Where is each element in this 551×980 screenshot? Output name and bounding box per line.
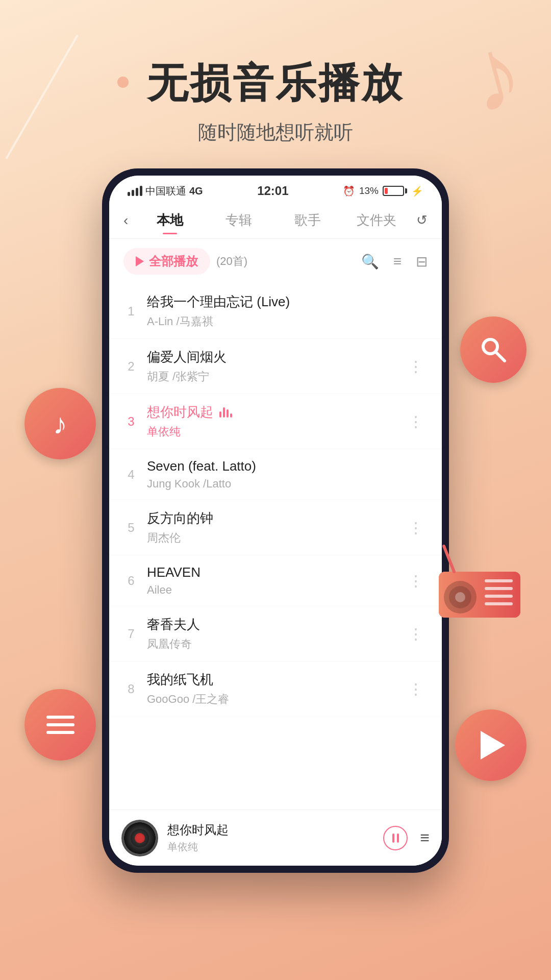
search-icon [478, 334, 509, 365]
song-artist: 单依纯 [147, 424, 396, 439]
song-info: 给我一个理由忘记 (Live) A-Lin /马嘉祺 [147, 293, 428, 329]
song-artist: A-Lin /马嘉祺 [147, 314, 428, 329]
song-number: 2 [123, 359, 139, 374]
song-title: HEAVEN [147, 565, 396, 580]
play-all-label: 全部播放 [149, 253, 198, 270]
song-info: 我的纸飞机 GooGoo /王之睿 [147, 671, 396, 707]
more-button[interactable]: ⋮ [404, 572, 428, 590]
list-item[interactable]: 8 我的纸飞机 GooGoo /王之睿 ⋮ [109, 662, 442, 717]
battery-icon [383, 186, 407, 196]
list-item[interactable]: 6 HEAVEN Ailee ⋮ [109, 555, 442, 606]
now-playing-artist: 单依纯 [167, 840, 374, 854]
song-info: HEAVEN Ailee [147, 565, 396, 597]
now-playing-info: 想你时风起 单依纯 [167, 822, 374, 854]
carrier-label: 中国联通 [145, 184, 186, 198]
song-number: 1 [123, 304, 139, 318]
list-lines-icon [46, 716, 74, 734]
search-button[interactable]: 🔍 [361, 253, 379, 270]
tab-local[interactable]: 本地 [135, 207, 204, 233]
status-left: 中国联通 4G [128, 184, 203, 198]
song-list: 1 给我一个理由忘记 (Live) A-Lin /马嘉祺 2 偏爱人间烟火 胡夏… [109, 284, 442, 831]
song-info: Seven (feat. Latto) Jung Kook /Latto [147, 458, 428, 491]
pause-icon [392, 834, 399, 843]
header-section: 无损音乐播放 随时随地想听就听 [0, 56, 551, 145]
phone-screen: 中国联通 4G 12:01 ⏰ 13% ⚡ ‹ 本地 专辑 歌手 [109, 176, 442, 866]
svg-rect-6 [485, 587, 513, 590]
song-number: 6 [123, 574, 139, 588]
tab-artist[interactable]: 歌手 [273, 207, 342, 233]
vinyl-disc [121, 820, 158, 856]
playing-wave-icon [219, 407, 232, 418]
play-all-button[interactable]: 全部播放 [123, 248, 210, 275]
time-label: 12:01 [257, 184, 288, 198]
song-artist: 凤凰传奇 [147, 636, 396, 652]
song-info: 想你时风起 单依纯 [147, 403, 396, 439]
radio-icon [429, 541, 531, 623]
song-title: 反方向的钟 [147, 509, 396, 527]
pause-button[interactable] [383, 826, 408, 850]
song-count: (20首) [216, 254, 247, 269]
list-item[interactable]: 4 Seven (feat. Latto) Jung Kook /Latto [109, 449, 442, 500]
list-item[interactable]: 3 想你时风起 单依纯 ⋮ [109, 394, 442, 449]
song-title: Seven (feat. Latto) [147, 458, 428, 474]
list-item[interactable]: 1 给我一个理由忘记 (Live) A-Lin /马嘉祺 [109, 284, 442, 339]
song-number: 8 [123, 682, 139, 696]
song-number: 7 [123, 627, 139, 641]
svg-point-11 [455, 592, 465, 602]
song-title: 给我一个理由忘记 (Live) [147, 293, 428, 311]
svg-rect-8 [485, 602, 513, 605]
charge-icon: ⚡ [411, 185, 423, 197]
main-title: 无损音乐播放 [0, 56, 551, 111]
tab-album[interactable]: 专辑 [205, 207, 273, 233]
nav-tabs: ‹ 本地 专辑 歌手 文件夹 ↺ [109, 202, 442, 239]
now-playing-controls: ≡ [383, 826, 430, 850]
refresh-button[interactable]: ↺ [416, 212, 428, 228]
queue-button[interactable]: ≡ [420, 828, 430, 847]
song-title: 奢香夫人 [147, 616, 396, 633]
battery-pct: 13% [359, 185, 379, 197]
svg-rect-7 [485, 595, 513, 598]
song-title: 偏爱人间烟火 [147, 348, 396, 366]
status-right: ⏰ 13% ⚡ [343, 185, 423, 197]
float-play-button[interactable] [455, 709, 527, 781]
play-all-bar: 全部播放 (20首) 🔍 ≡ ⊟ [109, 239, 442, 284]
now-playing-bar[interactable]: 想你时风起 单依纯 ≡ [109, 810, 442, 866]
song-info: 反方向的钟 周杰伦 [147, 509, 396, 546]
list-item[interactable]: 5 反方向的钟 周杰伦 ⋮ [109, 500, 442, 555]
float-list-button[interactable] [24, 689, 96, 761]
now-playing-title: 想你时风起 [167, 822, 374, 838]
play-icon [481, 731, 505, 760]
more-button[interactable]: ⋮ [404, 680, 428, 698]
sub-title: 随时随地想听就听 [0, 119, 551, 145]
signal-icon [128, 186, 142, 196]
song-info: 偏爱人间烟火 胡夏 /张紫宁 [147, 348, 396, 384]
list-item[interactable]: 7 奢香夫人 凤凰传奇 ⋮ [109, 606, 442, 662]
svg-rect-5 [485, 579, 513, 582]
song-artist: GooGoo /王之睿 [147, 692, 396, 707]
song-artist: 胡夏 /张紫宁 [147, 369, 396, 384]
float-music-button[interactable]: ♪ [24, 388, 96, 459]
more-button[interactable]: ⋮ [404, 357, 428, 375]
back-button[interactable]: ‹ [123, 212, 128, 229]
more-button[interactable]: ⋮ [404, 412, 428, 430]
song-artist: 周杰伦 [147, 530, 396, 546]
song-number: 5 [123, 521, 139, 535]
tab-folder[interactable]: 文件夹 [342, 207, 411, 233]
song-artist: Jung Kook /Latto [147, 477, 428, 491]
float-radio-illustration [429, 541, 531, 623]
music-note-icon: ♪ [53, 407, 67, 440]
status-bar: 中国联通 4G 12:01 ⏰ 13% ⚡ [109, 176, 442, 202]
float-search-button[interactable] [460, 316, 527, 383]
song-number: 3 [123, 414, 139, 429]
more-button[interactable]: ⋮ [404, 625, 428, 643]
song-artist: Ailee [147, 583, 396, 597]
list-item[interactable]: 2 偏爱人间烟火 胡夏 /张紫宁 ⋮ [109, 339, 442, 394]
sort-button[interactable]: ≡ [393, 253, 402, 270]
song-number: 4 [123, 468, 139, 482]
play-triangle-icon [136, 256, 144, 266]
more-button[interactable]: ⋮ [404, 519, 428, 536]
song-title: 我的纸飞机 [147, 671, 396, 689]
filter-button[interactable]: ⊟ [416, 253, 428, 270]
phone-mockup: 中国联通 4G 12:01 ⏰ 13% ⚡ ‹ 本地 专辑 歌手 [102, 168, 449, 873]
alarm-icon: ⏰ [343, 185, 355, 197]
